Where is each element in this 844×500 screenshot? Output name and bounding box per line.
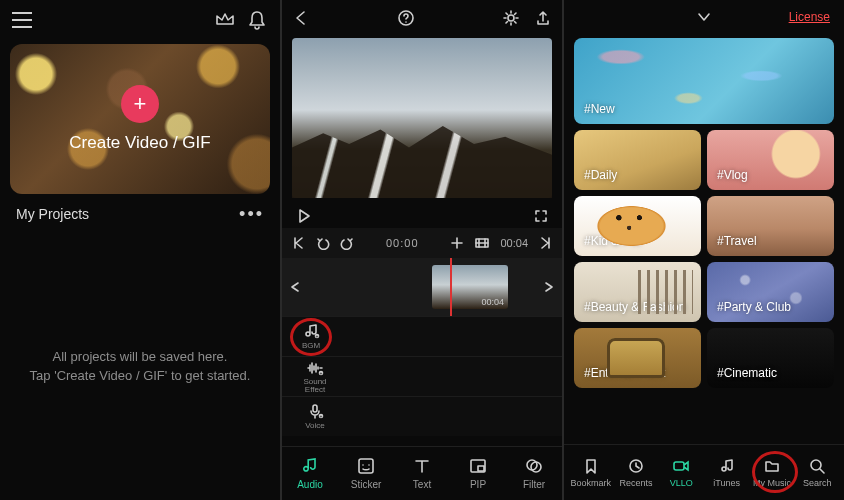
phone-editor: 00:00 00:04 00:04 + BGM + Sound Effe — [282, 0, 562, 500]
tab-audio-label: Audio — [297, 479, 323, 490]
license-link[interactable]: License — [789, 10, 830, 24]
tab-filter-label: Filter — [523, 479, 545, 490]
tab-filter[interactable]: Filter — [506, 447, 562, 500]
tab-mymusic-label: My Music — [753, 478, 791, 488]
timeline-prev-icon[interactable] — [288, 280, 302, 294]
tile-cine-label: #Cinematic — [717, 366, 777, 380]
soundwave-icon: + — [306, 360, 324, 376]
bgm-highlight-ring: + BGM — [290, 318, 332, 356]
play-controls-row — [282, 204, 562, 228]
tile-party-club[interactable]: #Party & Club — [707, 262, 834, 322]
plus-icon[interactable]: + — [121, 85, 159, 123]
empty-line-1: All projects will be saved here. — [53, 347, 228, 367]
fullscreen-icon[interactable] — [534, 209, 548, 223]
svg-text:+: + — [316, 333, 319, 339]
tab-itunes-label: iTunes — [713, 478, 740, 488]
media-icon[interactable] — [474, 236, 490, 250]
tile-travel[interactable]: #Travel — [707, 196, 834, 256]
create-video-card[interactable]: + Create Video / GIF — [10, 44, 270, 194]
music-topbar: License — [564, 0, 844, 34]
menu-icon[interactable] — [12, 12, 32, 28]
tile-kid-pet[interactable]: #Kid & Pet — [574, 196, 701, 256]
music-note-icon: + — [302, 323, 320, 339]
tab-bookmark[interactable]: Bookmark — [568, 457, 613, 488]
empty-line-2: Tap 'Create Video / GIF' to get started. — [30, 366, 251, 386]
play-icon[interactable] — [296, 208, 312, 224]
tab-my-music[interactable]: My Music — [749, 457, 794, 488]
crown-icon[interactable] — [214, 9, 236, 31]
tab-search[interactable]: Search — [795, 457, 840, 488]
undo-icon[interactable] — [316, 236, 330, 250]
music-icon — [718, 457, 736, 475]
svg-text:+: + — [320, 370, 323, 376]
tab-text-label: Text — [413, 479, 431, 490]
track-bgm-label: BGM — [302, 341, 320, 350]
timeline-toolbar: 00:00 00:04 — [282, 228, 562, 258]
music-tabbar: Bookmark Recents VLLO iTunes My Music Se… — [564, 444, 844, 500]
clock-icon — [627, 457, 645, 475]
chevron-down-icon[interactable] — [695, 10, 713, 24]
tile-vlog[interactable]: #Vlog — [707, 130, 834, 190]
phone-music-library: License #New #Daily #Vlog #Kid & Pet #Tr… — [564, 0, 844, 500]
tile-cinematic[interactable]: #Cinematic — [707, 328, 834, 388]
skip-end-icon[interactable] — [538, 236, 552, 250]
track-se-label: Sound Effect — [303, 378, 326, 394]
timeline-track[interactable]: 00:04 — [282, 258, 562, 316]
tile-kid-label: #Kid & Pet — [584, 234, 641, 248]
tab-sticker[interactable]: Sticker — [338, 447, 394, 500]
tab-recents-label: Recents — [619, 478, 652, 488]
tile-daily[interactable]: #Daily — [574, 130, 701, 190]
tile-travel-label: #Travel — [717, 234, 757, 248]
redo-icon[interactable] — [340, 236, 354, 250]
tab-vllo-label: VLLO — [670, 478, 693, 488]
svg-point-1 — [508, 15, 514, 21]
more-icon[interactable]: ••• — [239, 206, 264, 222]
tile-party-label: #Party & Club — [717, 300, 791, 314]
add-icon[interactable] — [450, 236, 464, 250]
tile-new[interactable]: #New — [574, 38, 834, 124]
tab-itunes[interactable]: iTunes — [704, 457, 749, 488]
editor-tabbar: Audio Sticker Text PIP Filter — [282, 446, 562, 500]
clip-duration: 00:04 — [481, 297, 504, 307]
tab-pip[interactable]: PIP — [450, 447, 506, 500]
home-topbar — [0, 0, 280, 40]
folder-icon — [763, 457, 781, 475]
tab-text[interactable]: Text — [394, 447, 450, 500]
export-icon[interactable] — [534, 9, 552, 27]
tab-vllo[interactable]: VLLO — [659, 457, 704, 488]
audio-tracks: + BGM + Sound Effect + Voice — [282, 316, 562, 436]
back-icon[interactable] — [292, 9, 310, 27]
skip-start-icon[interactable] — [292, 236, 306, 250]
tab-sticker-label: Sticker — [351, 479, 382, 490]
tab-pip-label: PIP — [470, 479, 486, 490]
svg-rect-10 — [359, 459, 373, 473]
bell-icon[interactable] — [246, 9, 268, 31]
time-total: 00:04 — [500, 237, 528, 249]
mic-icon: + — [306, 403, 324, 419]
help-icon[interactable] — [397, 9, 415, 27]
track-bgm[interactable]: + BGM — [282, 316, 562, 356]
projects-header-row: My Projects ••• — [0, 204, 280, 232]
tile-beauty-fashion[interactable]: #Beauty & Fashion — [574, 262, 701, 322]
tile-ent-label: #Entertainment — [584, 366, 665, 380]
svg-rect-7 — [313, 405, 317, 412]
create-video-label: Create Video / GIF — [69, 133, 210, 153]
camera-icon — [672, 457, 690, 475]
svg-text:+: + — [320, 413, 323, 419]
tile-beauty-label: #Beauty & Fashion — [584, 300, 685, 314]
track-sound-effect[interactable]: + Sound Effect — [282, 356, 562, 396]
video-clip-thumb[interactable]: 00:04 — [432, 265, 508, 309]
playhead[interactable] — [450, 258, 452, 316]
timeline-next-icon[interactable] — [542, 280, 556, 294]
category-grid: #Daily #Vlog #Kid & Pet #Travel #Beauty … — [564, 130, 844, 388]
svg-rect-12 — [478, 466, 484, 471]
track-voice[interactable]: + Voice — [282, 396, 562, 436]
tab-recents[interactable]: Recents — [613, 457, 658, 488]
search-icon — [808, 457, 826, 475]
video-preview[interactable] — [292, 38, 552, 198]
gear-icon[interactable] — [502, 9, 520, 27]
editor-topbar — [282, 0, 562, 36]
projects-header: My Projects — [16, 206, 89, 222]
tile-entertainment[interactable]: #Entertainment — [574, 328, 701, 388]
tab-audio[interactable]: Audio — [282, 447, 338, 500]
